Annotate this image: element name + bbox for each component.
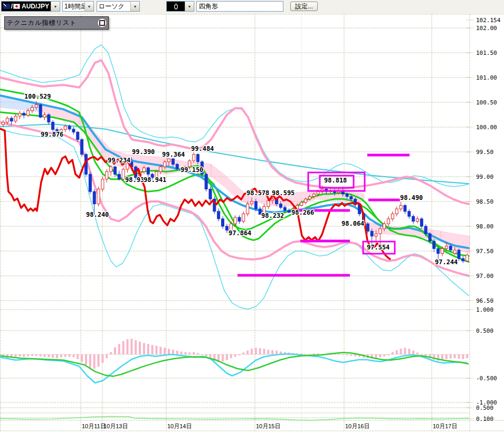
price-label: 99.876 — [41, 131, 63, 138]
mini-indicator-layer — [0, 417, 469, 420]
price-label: 98.595 — [272, 189, 294, 197]
macd-cyan-line — [0, 354, 467, 383]
x-axis-date-label: 10月13日 — [103, 423, 128, 429]
candle-color-selector[interactable]: ▼ — [166, 1, 194, 12]
chevron-down-icon[interactable]: ▼ — [130, 2, 139, 11]
x-axis-date-label: 10月11日 — [82, 423, 106, 429]
x-axis-date-label: 10月17日 — [433, 423, 457, 429]
toolbar: / AUD/JPY ▼ 1時間足 ▼ ローソク ▼ ▼ 設定... — [0, 0, 504, 14]
panel-title: テクニカル指標リスト — [5, 18, 97, 27]
price-label: 99.390 — [132, 148, 155, 156]
timeframe-selector[interactable]: 1時間足 ▼ — [62, 1, 94, 12]
y-axis-label: 102.00 — [476, 25, 497, 32]
pair-label: AUD/JPY — [22, 3, 49, 10]
chevron-down-icon[interactable]: ▼ — [51, 2, 60, 11]
price-label: 99.484 — [191, 145, 214, 152]
y-axis-label: 0.100 — [476, 416, 493, 422]
candle-style-icon — [167, 2, 185, 11]
chevron-down-icon[interactable]: ▼ — [185, 2, 194, 11]
x-axis-date-label: 10月14日 — [167, 423, 192, 429]
technical-indicator-list-panel[interactable]: テクニカル指標リスト — [4, 16, 109, 30]
price-label: 98.941 — [144, 176, 166, 184]
price-label: 98.064 — [341, 220, 364, 227]
price-label: 98.490 — [400, 194, 423, 201]
y-axis-label: 98.50 — [476, 198, 493, 205]
japan-flag-icon — [13, 4, 20, 9]
price-label: 99.150 — [180, 166, 203, 174]
y-axis-label: 100.00 — [476, 124, 497, 131]
price-label: 99.364 — [162, 151, 185, 158]
restore-icon — [99, 20, 105, 26]
settings-button[interactable]: 設定... — [290, 2, 318, 11]
y-axis-label: 96.50 — [476, 297, 493, 304]
x-axis-date-label: 10月15日 — [256, 423, 280, 429]
y-axis-label: 99.00 — [476, 174, 493, 180]
y-axis-label: 0.500 — [476, 328, 493, 334]
price-label: 99.234 — [108, 157, 130, 164]
shape-tool-input[interactable] — [196, 1, 283, 12]
y-axis-label: 101.50 — [476, 50, 497, 56]
y-axis-label: 97.00 — [476, 273, 493, 280]
y-axis-label: 1.000 — [476, 306, 493, 313]
pink-band-upper — [0, 60, 469, 204]
minimize-button[interactable] — [97, 18, 107, 28]
australia-flag-icon — [3, 4, 10, 9]
y-axis-label: 98.00 — [476, 223, 493, 230]
y-axis-label: 0.500 — [476, 405, 493, 411]
price-label: 98.240 — [86, 211, 109, 218]
mini-indicator-line — [0, 417, 469, 420]
flag-separator: / — [11, 3, 13, 10]
price-label: 100.529 — [24, 93, 51, 100]
chart-canvas[interactable]: 100.52999.87698.24099.23499.39098.93198.… — [0, 0, 504, 433]
y-axis-label: 99.50 — [476, 149, 493, 156]
price-label: 98.232 — [261, 212, 284, 219]
y-axis-label: -0.500 — [476, 375, 497, 382]
price-label: 97.864 — [229, 229, 251, 237]
fx-chart-window: 100.52999.87698.24099.23499.39098.93198.… — [0, 0, 504, 433]
price-label: 98.578 — [246, 189, 269, 197]
pair-selector[interactable]: / AUD/JPY ▼ — [1, 1, 60, 12]
y-axis-label: 100.50 — [476, 99, 497, 106]
price-label: 97.554 — [367, 244, 389, 251]
price-label: 97.244 — [435, 258, 458, 266]
price-label: 98.266 — [291, 209, 314, 216]
gridlines-layer — [0, 14, 504, 431]
y-axis-label: 102.154 — [476, 17, 501, 24]
chart-type-label: ローソク — [97, 2, 130, 11]
axis-layer: 102.154102.00101.50101.00100.50100.0099.… — [82, 17, 501, 429]
candles-layer — [2, 101, 469, 264]
chart-type-selector[interactable]: ローソク ▼ — [97, 1, 140, 12]
chevron-down-icon[interactable]: ▼ — [84, 2, 93, 11]
price-label: 98.818 — [324, 177, 347, 184]
y-axis-label: 97.50 — [476, 248, 493, 255]
x-axis-date-label: 10月16日 — [345, 423, 369, 429]
y-axis-label: 101.00 — [476, 74, 497, 81]
timeframe-label: 1時間足 — [63, 2, 84, 11]
macd-layer — [0, 339, 469, 383]
